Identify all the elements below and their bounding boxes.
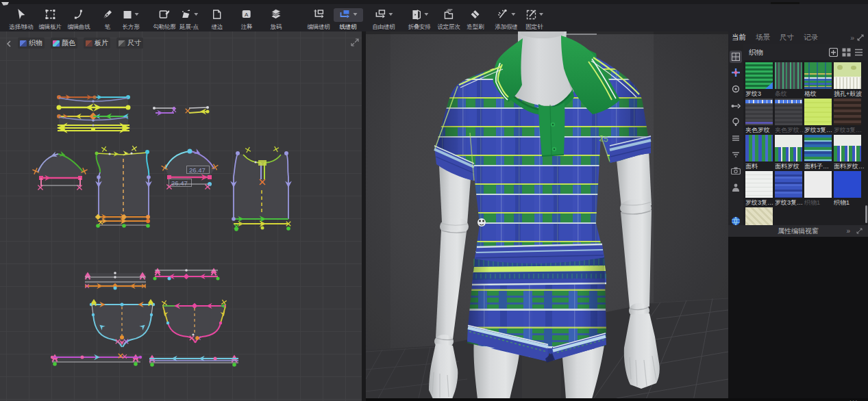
svg-text:25: 25 [599,133,609,144]
svg-text:A: A [245,12,249,18]
svg-text:26.47: 26.47 [189,166,206,174]
svg-text:26.47: 26.47 [171,179,188,187]
